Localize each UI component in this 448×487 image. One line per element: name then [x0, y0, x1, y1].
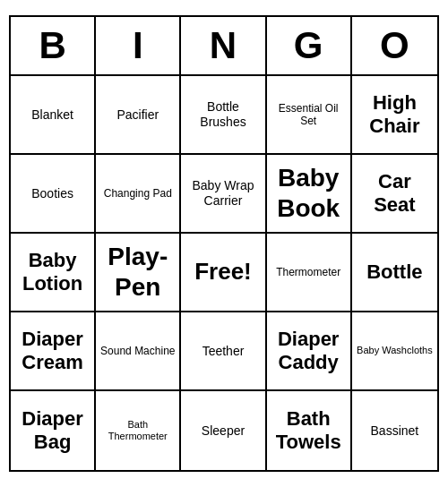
- bingo-cell-11: Play-Pen: [96, 234, 181, 312]
- bingo-cell-22: Sleeper: [181, 391, 266, 470]
- bingo-cell-16: Sound Machine: [96, 312, 181, 391]
- bingo-cell-3: Essential Oil Set: [267, 76, 352, 155]
- bingo-grid: BlanketPacifierBottle BrushesEssential O…: [11, 76, 437, 470]
- header-letter-O: O: [352, 17, 437, 74]
- bingo-cell-6: Changing Pad: [96, 155, 181, 234]
- bingo-cell-12: Free!: [181, 234, 266, 312]
- bingo-cell-24: Bassinet: [352, 391, 437, 470]
- header-letter-B: B: [11, 17, 96, 74]
- bingo-cell-18: Diaper Caddy: [267, 312, 352, 391]
- bingo-cell-23: Bath Towels: [267, 391, 352, 470]
- bingo-cell-17: Teether: [181, 312, 266, 391]
- bingo-cell-21: Bath Thermometer: [96, 391, 181, 470]
- bingo-cell-14: Bottle: [352, 234, 437, 312]
- bingo-cell-7: Baby Wrap Carrier: [181, 155, 266, 234]
- bingo-cell-4: High Chair: [352, 76, 437, 155]
- bingo-cell-8: Baby Book: [267, 155, 352, 234]
- bingo-cell-13: Thermometer: [267, 234, 352, 312]
- bingo-cell-20: Diaper Bag: [11, 391, 96, 470]
- bingo-header: BINGO: [11, 17, 437, 76]
- bingo-cell-5: Booties: [11, 155, 96, 234]
- bingo-cell-1: Pacifier: [96, 76, 181, 155]
- bingo-cell-15: Diaper Cream: [11, 312, 96, 391]
- header-letter-G: G: [267, 17, 352, 74]
- bingo-card: BINGO BlanketPacifierBottle BrushesEssen…: [9, 15, 439, 472]
- header-letter-I: I: [96, 17, 181, 74]
- bingo-cell-2: Bottle Brushes: [181, 76, 266, 155]
- bingo-cell-9: Car Seat: [352, 155, 437, 234]
- header-letter-N: N: [181, 17, 266, 74]
- bingo-cell-19: Baby Washcloths: [352, 312, 437, 391]
- bingo-cell-0: Blanket: [11, 76, 96, 155]
- bingo-cell-10: Baby Lotion: [11, 234, 96, 312]
